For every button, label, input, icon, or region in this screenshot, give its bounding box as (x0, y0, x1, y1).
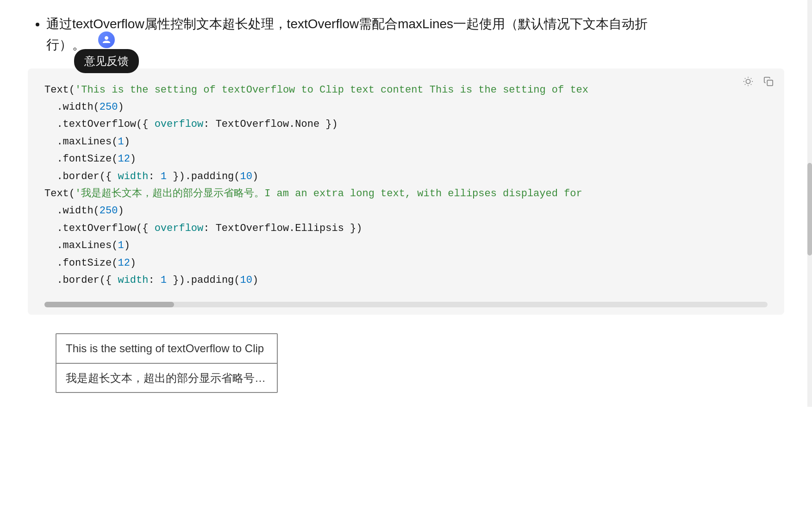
avatar-icon (102, 35, 111, 44)
code-horizontal-scrollbar[interactable] (44, 302, 768, 307)
code-block-wrapper: Text('This is the setting of textOverflo… (28, 68, 784, 315)
right-scrollbar-thumb (807, 163, 812, 255)
copy-button[interactable] (762, 75, 775, 88)
code-line-1: Text('This is the setting of textOverflo… (44, 81, 768, 99)
code-line-4: .maxLines(1) (44, 133, 768, 150)
bullet-section: 通过textOverflow属性控制文本超长处理，textOverflow需配合… (28, 14, 784, 56)
feedback-avatar (98, 31, 115, 48)
copy-icon (763, 76, 774, 87)
code-scrollbar-thumb (44, 302, 174, 307)
preview-row-clip: This is the setting of textOverflow to C… (56, 334, 277, 364)
bullet-text: 通过textOverflow属性控制文本超长处理，textOverflow需配合… (46, 14, 784, 56)
page-container: 通过textOverflow属性控制文本超长处理，textOverflow需配合… (0, 0, 812, 407)
svg-line-8 (751, 78, 751, 78)
svg-point-0 (746, 79, 750, 83)
feedback-btn-container: 意见反馈 (74, 41, 139, 73)
code-line-12: .border({ width: 1 }).padding(10) (44, 272, 768, 289)
svg-line-7 (745, 84, 745, 84)
theme-icon (743, 76, 753, 87)
preview-box: This is the setting of textOverflow to C… (56, 333, 278, 393)
right-scrollbar[interactable] (807, 0, 812, 407)
preview-section: This is the setting of textOverflow to C… (56, 333, 784, 393)
svg-line-3 (745, 78, 745, 78)
code-line-11: .fontSize(12) (44, 255, 768, 272)
code-line-10: .maxLines(1) (44, 237, 768, 254)
code-line-7: Text('我是超长文本，超出的部分显示省略号。I am an extra lo… (44, 185, 768, 202)
svg-rect-9 (767, 80, 773, 86)
feedback-button[interactable]: 意见反馈 (74, 49, 139, 73)
code-line-8: .width(250) (44, 202, 768, 219)
code-line-5: .fontSize(12) (44, 150, 768, 168)
code-line-3: .textOverflow({ overflow: TextOverflow.N… (44, 116, 768, 133)
svg-line-4 (751, 84, 751, 84)
code-line-9: .textOverflow({ overflow: TextOverflow.E… (44, 220, 768, 237)
code-line-6: .border({ width: 1 }).padding(10) (44, 168, 768, 185)
preview-row-ellipsis: 我是超长文本，超出的部分显示省略号。... (56, 364, 277, 392)
theme-toggle-button[interactable] (742, 75, 755, 88)
code-line-2: .width(250) (44, 99, 768, 116)
code-block-content: Text('This is the setting of textOverflo… (28, 68, 784, 299)
code-block-toolbar (742, 75, 775, 88)
